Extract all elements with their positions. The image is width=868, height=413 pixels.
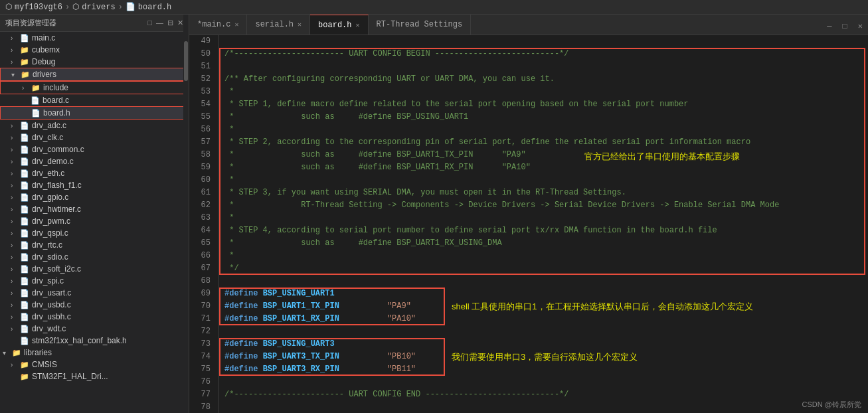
sidebar-item-drv-common-c[interactable]: ›📄 drv_common.c [0,143,189,155]
code-line: /*----------------------- UART CONFIG BE… [224,48,863,60]
sidebar-item-drv-clk-c[interactable]: ›📄 drv_clk.c [0,131,189,143]
tab-bar: *main.c ✕ serial.h ✕ board.h ✕ RT-Thread… [189,15,868,35]
code-line: * STEP 4, according to serial port numbe… [224,224,863,237]
sidebar-item-drv-usart-c[interactable]: ›📄 drv_usart.c [0,287,189,299]
sidebar-item-drv-wdt-c[interactable]: ›📄 drv_wdt.c [0,323,189,335]
sidebar: 项目资源管理器 □ — ⊟ ✕ ›📄 main.c›📁 cubemx›📁 Deb… [0,15,189,413]
tab-serial-h[interactable]: serial.h ✕ [247,15,310,35]
breadcrumb-file-icon: 📄 [126,2,135,12]
sidebar-icon-pin[interactable]: — [156,19,163,27]
sidebar-item-drv-usbd-c[interactable]: ›📄 drv_usbd.c [0,299,189,311]
sidebar-item-stm32f1xx-hal-conf-bak-h[interactable]: 📄 stm32f1xx_hal_conf_bak.h [0,335,189,347]
sidebar-item-drv-soft-i2c-c[interactable]: ›📄 drv_soft_i2c.c [0,263,189,275]
tab-label-main-c: *main.c [197,20,230,29]
tab-close-serial-h[interactable]: ✕ [298,21,302,29]
sidebar-item-drv-adc-c[interactable]: ›📄 drv_adc.c [0,120,189,131]
sidebar-close-icon[interactable]: ✕ [177,19,183,27]
sidebar-item-debug[interactable]: ›📁 Debug [0,56,189,68]
code-line: * [224,212,863,224]
line-num-61: 61 [195,187,211,199]
tab-close-main-c[interactable]: ✕ [234,21,238,29]
line-num-51: 51 [195,60,211,73]
code-line [224,35,863,48]
line-num-64: 64 [195,224,211,237]
code-line [224,275,863,288]
line-num-56: 56 [195,124,211,136]
sidebar-icon-minimize[interactable]: □ [147,19,152,27]
sidebar-item-include[interactable]: ›📁 include [0,81,189,94]
code-line: #define BSP_UART3_RX_PIN "PB11" [224,363,863,376]
tab-close-board-h[interactable]: ✕ [356,21,360,29]
sidebar-item-cmsis[interactable]: ›📁 CMSIS [0,359,189,371]
line-num-54: 54 [195,98,211,111]
editor-wrapper: 4950515253545556575859606162636465666768… [189,35,868,413]
sidebar-item-drv-pwm-c[interactable]: ›📄 drv_pwm.c [0,215,189,227]
line-num-68: 68 [195,275,211,288]
sidebar-item-drv-rtc-c[interactable]: ›📄 drv_rtc.c [0,239,189,251]
line-num-66: 66 [195,250,211,262]
tab-label-board-h: board.h [318,21,351,30]
tab-main-c[interactable]: *main.c ✕ [189,15,247,35]
code-line: #define BSP_USING_UART1 [224,288,863,300]
breadcrumb-icon2: ⬡ [72,2,79,12]
editor-area: *main.c ✕ serial.h ✕ board.h ✕ RT-Thread… [189,15,868,413]
breadcrumb-drivers[interactable]: drivers [82,3,115,12]
sidebar-item-drv-hwtimer-c[interactable]: ›📄 drv_hwtimer.c [0,203,189,215]
line-num-78: 78 [195,401,211,413]
line-num-50: 50 [195,48,211,60]
breadcrumb-icon: ⬡ [5,2,12,12]
code-line [224,60,863,73]
line-num-57: 57 [195,136,211,149]
sidebar-item-drv-spi-c[interactable]: ›📄 drv_spi.c [0,275,189,287]
sidebar-header-icons: □ — ⊟ ✕ [147,19,183,27]
sidebar-item-drv-demo-c[interactable]: ›📄 drv_demo.c [0,155,189,167]
sidebar-header: 项目资源管理器 □ — ⊟ ✕ [0,15,189,32]
code-line: * [224,86,863,98]
tab-label-rt-thread-settings: RT-Thread Settings [377,20,463,29]
sidebar-item-libraries[interactable]: ▾📁 libraries [0,347,189,359]
sidebar-item-drv-sdio-c[interactable]: ›📄 drv_sdio.c [0,251,189,263]
sidebar-item-drv-usbh-c[interactable]: ›📄 drv_usbh.c [0,311,189,323]
line-num-73: 73 [195,338,211,351]
breadcrumb-sep1: › [65,3,70,12]
sidebar-item-stm32f1-hal-dri---[interactable]: 📁 STM32F1_HAL_Dri... [0,371,189,382]
line-num-67: 67 [195,262,211,275]
line-num-55: 55 [195,111,211,124]
sidebar-item-board-c[interactable]: 📄 board.c [0,94,189,106]
code-line [224,376,863,388]
line-numbers: 4950515253545556575859606162636465666768… [189,35,219,413]
sidebar-item-cubemx[interactable]: ›📁 cubemx [0,44,189,56]
line-num-59: 59 [195,161,211,174]
code-line: #define BSP_UART1_RX_PIN "PA10" [224,313,863,325]
code-line: * [224,250,863,262]
sidebar-item-drv-flash-f1-c[interactable]: ›📄 drv_flash_f1.c [0,179,189,191]
sidebar-item-drivers[interactable]: ▾📁 drivers [0,68,189,81]
line-num-72: 72 [195,325,211,338]
tab-minimize-action[interactable]: — [822,19,837,35]
code-line: * such as #define BSP_USING_UART1 [224,111,863,124]
breadcrumb-file[interactable]: board.h [138,3,171,12]
tab-board-h[interactable]: board.h ✕ [310,15,368,35]
sidebar-tree: ›📄 main.c›📁 cubemx›📁 Debug▾📁 drivers›📁 i… [0,32,189,413]
code-line: #define BSP_UART1_TX_PIN "PA9" [224,300,863,313]
code-line: * [224,174,863,187]
code-line: * STEP 1, define macro define related to… [224,98,863,111]
line-num-69: 69 [195,288,211,300]
sidebar-item-main-c[interactable]: ›📄 main.c [0,32,189,44]
code-content[interactable]: /*----------------------- UART CONFIG BE… [219,35,868,413]
sidebar-item-drv-eth-c[interactable]: ›📄 drv_eth.c [0,167,189,179]
tab-close-action[interactable]: ✕ [853,18,868,35]
breadcrumb-project[interactable]: myf103vgt6 [15,3,62,12]
line-num-71: 71 [195,313,211,325]
sidebar-icon-collapse[interactable]: ⊟ [167,19,173,27]
sidebar-scrollbar[interactable] [183,15,189,413]
tab-restore-action[interactable]: □ [837,19,853,35]
line-num-77: 77 [195,388,211,401]
code-line: * RT-Thread Setting -> Components -> Dev… [224,199,863,212]
sidebar-item-drv-qspi-c[interactable]: ›📄 drv_qspi.c [0,227,189,239]
tab-rt-thread-settings[interactable]: RT-Thread Settings [369,15,472,35]
line-num-70: 70 [195,300,211,313]
sidebar-item-board-h[interactable]: 📄 board.h [0,106,189,120]
sidebar-item-drv-gpio-c[interactable]: ›📄 drv_gpio.c [0,191,189,203]
line-num-60: 60 [195,174,211,187]
